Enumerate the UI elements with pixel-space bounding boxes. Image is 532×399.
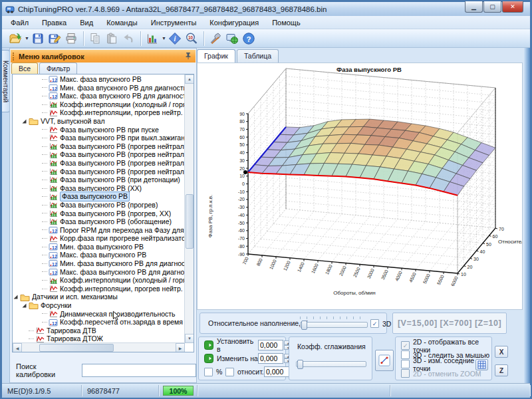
- tree-item[interactable]: 12Макс. фаза впускного РВ для диагностик…: [13, 92, 185, 100]
- set-value-field[interactable]: 0,000: [258, 340, 283, 350]
- tools-button[interactable]: [207, 31, 223, 47]
- scalar-value-icon: 12: [49, 319, 58, 327]
- menu-item-4[interactable]: Инструменты: [149, 17, 199, 28]
- maximize-button[interactable]: ▢: [483, 1, 501, 13]
- smoothing-slider[interactable]: [296, 361, 366, 367]
- tree-item[interactable]: 12Макс. фаза выпускного РВ: [13, 251, 185, 259]
- find-value-button[interactable]: 10: [184, 31, 200, 47]
- surface-chart[interactable]: 9080706050403020100-10-20-30-40-50-60-70…: [198, 63, 522, 309]
- tree-item-label: Порог RPM для перехода на Фазу для режим…: [60, 226, 185, 235]
- fill-slider-thumb[interactable]: [301, 321, 307, 330]
- tree-item[interactable]: Тарировка ДТВ: [13, 327, 185, 335]
- compare-charts-button[interactable]: [144, 31, 160, 47]
- x-axis-button[interactable]: X: [495, 346, 508, 358]
- set-value-spinner[interactable]: 0,000 ▲▼: [258, 340, 293, 350]
- tree-item[interactable]: Фаза выпускного РВ (прогрев, XX): [13, 209, 185, 218]
- menu-item-1[interactable]: Правка: [40, 17, 68, 28]
- tree-item[interactable]: Фаза выпускного РВ: [13, 192, 185, 201]
- tree-item[interactable]: Коэфф.интерполяции (холодный / горячий ): [13, 276, 185, 285]
- tree-vertical-scrollbar[interactable]: ▲ ▼: [184, 74, 194, 343]
- tree-item[interactable]: Коэфф.интерполяции, прогрев нейтр. (холо…: [13, 285, 185, 293]
- tree-folder[interactable]: VVT, выпускной вал: [13, 117, 185, 126]
- tree-folder[interactable]: Датчики и исп. механизмы: [13, 293, 185, 301]
- smoothing-slider-thumb[interactable]: [297, 360, 303, 369]
- z-axis-button[interactable]: Z: [495, 364, 508, 376]
- menu-item-3[interactable]: Команды: [104, 17, 140, 28]
- menu-item-5[interactable]: Конфигурация: [207, 17, 261, 28]
- tab-filter[interactable]: Фильтр: [39, 63, 77, 74]
- tab-graph[interactable]: График: [197, 49, 235, 63]
- vertical-scroll-thumb[interactable]: [186, 194, 194, 249]
- fill-slider[interactable]: [300, 322, 368, 328]
- scroll-down-button[interactable]: ▼: [185, 334, 194, 343]
- search-input[interactable]: [82, 364, 196, 377]
- open-file-button[interactable]: [7, 31, 23, 47]
- pin-icon[interactable]: [184, 52, 192, 60]
- tree-item[interactable]: Коэфф.интерполяции (холодный / горячий ): [13, 100, 185, 109]
- tree-item[interactable]: 12Мин. фаза впускного РВ для диагностики: [13, 84, 185, 92]
- print-button[interactable]: [63, 31, 79, 47]
- tree-item[interactable]: Фаза выпускного РВ (прогрев нейтрал., XX…: [13, 159, 185, 168]
- tree-horizontal-scrollbar[interactable]: ◀ ▶: [13, 342, 185, 352]
- tree-item[interactable]: Коэфф.интерполяции, прогрев нейтр. (холо…: [13, 108, 185, 117]
- tree-item[interactable]: Фаза выпускного РВ (прогрев нейтрализато…: [13, 142, 185, 151]
- drag-grip[interactable]: [13, 53, 16, 61]
- menu-item-2[interactable]: Вид: [78, 17, 95, 28]
- checkbox-percent[interactable]: [204, 368, 213, 376]
- tree-item[interactable]: 12Макс. фаза выпускного РВ для диагности…: [13, 268, 185, 277]
- tree-item[interactable]: Фаза выпускного РВ (при детонации): [13, 176, 185, 184]
- expanded-node-arrow[interactable]: [21, 118, 27, 124]
- title-bar[interactable]: ChipTuningPRO ver.7.4.8.969 - Antara32L_…: [2, 2, 530, 16]
- relative-value-field[interactable]: 0,000: [264, 366, 289, 377]
- tree-item[interactable]: Фаза выпускного РВ (обогащение): [13, 217, 185, 226]
- tree-item-label: Мин. фаза выпускного РВ: [60, 243, 144, 251]
- tree-connector: [42, 271, 47, 272]
- tab-all[interactable]: Все: [11, 63, 38, 74]
- tree-item[interactable]: Фаза выпускного РВ (прогрев): [13, 201, 185, 209]
- scroll-right-button[interactable]: ▶: [176, 343, 185, 352]
- tree-folder[interactable]: Форсунки: [13, 301, 185, 310]
- apply-change-button[interactable]: [204, 354, 213, 363]
- checkbox-2[interactable]: [401, 360, 410, 368]
- save-button[interactable]: [30, 31, 46, 47]
- save-as-button[interactable]: [47, 31, 63, 47]
- checkbox-relative[interactable]: [225, 368, 234, 376]
- fill-slider-label: Относительное наполнение, %: [208, 319, 309, 327]
- help-button[interactable]: ?: [241, 31, 257, 47]
- tree-item[interactable]: 12Мин. фаза выпускного РВ для диагностик…: [13, 259, 185, 268]
- checkbox-1[interactable]: [401, 350, 410, 359]
- tree-item[interactable]: Фаза выпускного РВ (прогрев нейтрал., хо…: [13, 150, 185, 159]
- grid-edit-button[interactable]: [475, 359, 488, 370]
- tree-item[interactable]: Корр.фаза при прогреве нейтрализатора: [13, 234, 185, 243]
- tree-item[interactable]: 12Мин. фаза выпускного РВ: [13, 243, 185, 251]
- info-icon: i: [168, 32, 182, 45]
- tree-item[interactable]: 12Коэфф.пересчета отн.заряда в время впр…: [13, 318, 185, 327]
- tree-item[interactable]: Фаза выпускного РВ при выкл.зажигания: [13, 134, 185, 142]
- tree-item[interactable]: Фаза выпускного РВ (прогрев нейтрал., XX…: [13, 168, 185, 176]
- compare-charts-dropdown-caret[interactable]: ▼: [161, 31, 167, 47]
- apply-smoothing-button[interactable]: [375, 350, 394, 371]
- open-file-dropdown-caret[interactable]: ▼: [24, 31, 30, 47]
- calibration-panel-header[interactable]: Меню калибровок: [11, 50, 196, 63]
- tree-item[interactable]: Динамическая производительность: [13, 310, 185, 319]
- tab-table[interactable]: Таблица: [237, 49, 279, 63]
- network-button[interactable]: [224, 31, 240, 47]
- tree-item[interactable]: Фаза выпускного РВ при пуске: [13, 126, 185, 134]
- menu-item-6[interactable]: Помощь: [270, 17, 303, 28]
- apply-set-button[interactable]: [204, 340, 213, 350]
- scroll-up-button[interactable]: ▲: [185, 74, 194, 84]
- compare-charts-icon: [146, 32, 159, 45]
- horizontal-scroll-thumb[interactable]: [39, 344, 114, 352]
- scroll-left-button[interactable]: ◀: [13, 343, 22, 352]
- menu-item-0[interactable]: Файл: [9, 17, 31, 28]
- tree-item[interactable]: 12Макс. фаза впускного РВ: [13, 75, 185, 84]
- change-value-field[interactable]: 0,000: [258, 353, 283, 364]
- expanded-node-arrow[interactable]: [13, 294, 19, 300]
- info-button[interactable]: i: [167, 31, 183, 47]
- minimize-button[interactable]: ▁: [465, 1, 483, 13]
- checkbox-3d[interactable]: [370, 319, 379, 328]
- close-button[interactable]: ✕: [502, 1, 523, 13]
- expanded-node-arrow[interactable]: [21, 303, 27, 309]
- change-value-spinner[interactable]: 0,000 ▲▼: [258, 353, 293, 364]
- tree-item[interactable]: 12Порог RPM для перехода на Фазу для реж…: [13, 226, 185, 235]
